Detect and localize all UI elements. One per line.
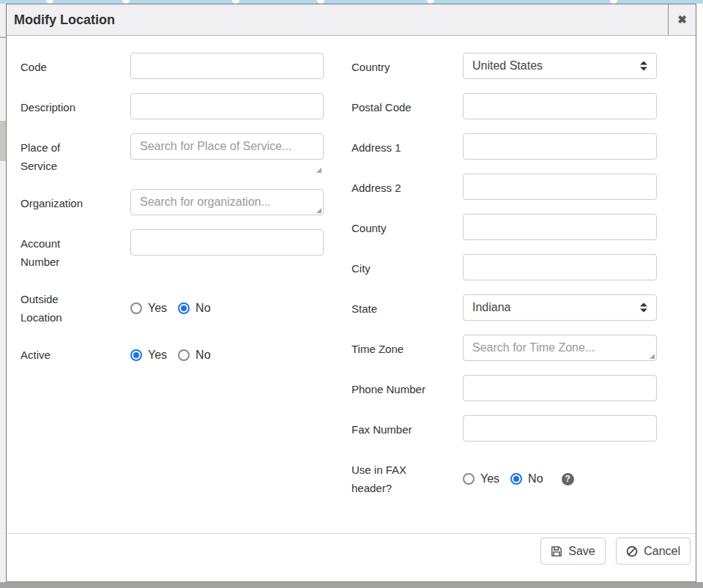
county-input[interactable] bbox=[463, 214, 657, 240]
modal-title: Modify Location bbox=[7, 4, 668, 35]
postal-code-row: Postal Code bbox=[352, 93, 658, 119]
active-yes-label[interactable]: Yes bbox=[148, 349, 167, 362]
close-button[interactable]: ✖ bbox=[668, 4, 696, 35]
fax-header-yes-label[interactable]: Yes bbox=[480, 472, 499, 485]
place-of-service-search[interactable] bbox=[130, 133, 324, 160]
active-no-radio[interactable] bbox=[178, 349, 190, 361]
outside-location-no-radio[interactable] bbox=[178, 302, 190, 314]
place-of-service-label: Place of Service bbox=[21, 133, 130, 175]
fax-number-row: Fax Number bbox=[352, 415, 658, 442]
outside-location-yes-radio[interactable] bbox=[130, 302, 142, 314]
address1-input[interactable] bbox=[463, 133, 657, 160]
country-select[interactable]: United States bbox=[463, 53, 657, 79]
city-row: City bbox=[352, 254, 658, 280]
resize-handle-icon bbox=[650, 354, 655, 359]
right-column: Country United States Postal Code Addres… bbox=[352, 53, 658, 581]
description-row: Description bbox=[21, 93, 352, 119]
county-row: County bbox=[352, 214, 658, 240]
updown-arrows-icon bbox=[640, 303, 647, 313]
close-icon: ✖ bbox=[677, 13, 687, 26]
country-select-value: United States bbox=[472, 59, 543, 72]
time-zone-label: Time Zone bbox=[352, 335, 463, 361]
state-select[interactable]: Indiana bbox=[463, 294, 657, 321]
outside-location-no-label[interactable]: No bbox=[196, 302, 210, 315]
modal-header: Modify Location ✖ bbox=[7, 4, 696, 36]
fax-header-row: Use in FAX header? Yes No ? bbox=[352, 455, 658, 497]
modal-footer: Save Cancel bbox=[7, 533, 696, 565]
phone-number-row: Phone Number bbox=[352, 375, 658, 401]
address2-label: Address 2 bbox=[352, 174, 463, 200]
city-input[interactable] bbox=[463, 254, 657, 280]
country-label: Country bbox=[352, 53, 463, 79]
address2-input[interactable] bbox=[463, 174, 657, 200]
account-number-input[interactable] bbox=[130, 229, 324, 256]
outside-location-yes-label[interactable]: Yes bbox=[148, 302, 167, 315]
active-no-label[interactable]: No bbox=[196, 349, 210, 362]
county-label: County bbox=[352, 214, 463, 240]
phone-number-input[interactable] bbox=[463, 375, 657, 401]
modal-body: Code Description Place of Service Organi… bbox=[7, 37, 696, 581]
address2-row: Address 2 bbox=[352, 174, 658, 200]
cancel-button[interactable]: Cancel bbox=[616, 537, 691, 565]
place-of-service-row: Place of Service bbox=[21, 133, 352, 175]
time-zone-search[interactable] bbox=[463, 335, 657, 361]
account-number-label: Account Number bbox=[21, 229, 130, 271]
modify-location-modal: Modify Location ✖ Code Description Place… bbox=[6, 4, 696, 582]
description-label: Description bbox=[21, 93, 130, 119]
save-icon bbox=[551, 546, 562, 557]
code-row: Code bbox=[21, 53, 352, 79]
phone-number-label: Phone Number bbox=[352, 375, 463, 401]
fax-number-label: Fax Number bbox=[352, 415, 463, 442]
updown-arrows-icon bbox=[640, 62, 647, 71]
page-backdrop-left bbox=[0, 4, 6, 582]
account-number-row: Account Number bbox=[21, 229, 352, 271]
description-input[interactable] bbox=[130, 93, 324, 119]
city-label: City bbox=[352, 254, 463, 280]
fax-header-no-label[interactable]: No bbox=[528, 472, 543, 485]
postal-code-label: Postal Code bbox=[352, 93, 463, 119]
country-row: Country United States bbox=[352, 53, 658, 79]
active-radio-group: Yes No bbox=[130, 340, 222, 364]
code-label: Code bbox=[21, 53, 130, 79]
fax-header-no-radio[interactable] bbox=[510, 473, 522, 485]
fax-header-label: Use in FAX header? bbox=[352, 455, 463, 497]
address1-row: Address 1 bbox=[352, 133, 658, 160]
save-button[interactable]: Save bbox=[540, 537, 605, 565]
fax-number-input[interactable] bbox=[463, 415, 657, 442]
page-backdrop-right bbox=[696, 4, 703, 582]
address1-label: Address 1 bbox=[352, 133, 463, 160]
cancel-icon bbox=[626, 546, 638, 557]
fax-header-radio-group: Yes No ? bbox=[463, 455, 574, 497]
state-row: State Indiana bbox=[352, 294, 658, 321]
resize-handle-icon bbox=[316, 168, 321, 173]
time-zone-row: Time Zone bbox=[352, 335, 658, 361]
active-label: Active bbox=[21, 340, 130, 364]
state-select-value: Indiana bbox=[472, 301, 511, 314]
outside-location-radio-group: Yes No bbox=[130, 285, 222, 327]
page-backdrop-bottom bbox=[0, 582, 703, 588]
resize-handle-icon bbox=[316, 208, 321, 213]
organization-search[interactable] bbox=[130, 189, 324, 215]
organization-label: Organization bbox=[21, 189, 130, 215]
help-icon[interactable]: ? bbox=[562, 473, 574, 485]
outside-location-label: Outside Location bbox=[21, 285, 130, 327]
save-button-label: Save bbox=[568, 545, 595, 558]
fax-header-yes-radio[interactable] bbox=[463, 473, 475, 485]
postal-code-input[interactable] bbox=[463, 93, 657, 119]
outside-location-row: Outside Location Yes No bbox=[21, 285, 352, 327]
active-yes-radio[interactable] bbox=[130, 349, 142, 361]
state-label: State bbox=[352, 294, 463, 321]
active-row: Active Yes No bbox=[21, 340, 352, 364]
code-input[interactable] bbox=[130, 53, 324, 79]
left-column: Code Description Place of Service Organi… bbox=[21, 53, 352, 581]
cancel-button-label: Cancel bbox=[644, 545, 680, 558]
organization-row: Organization bbox=[21, 189, 352, 215]
